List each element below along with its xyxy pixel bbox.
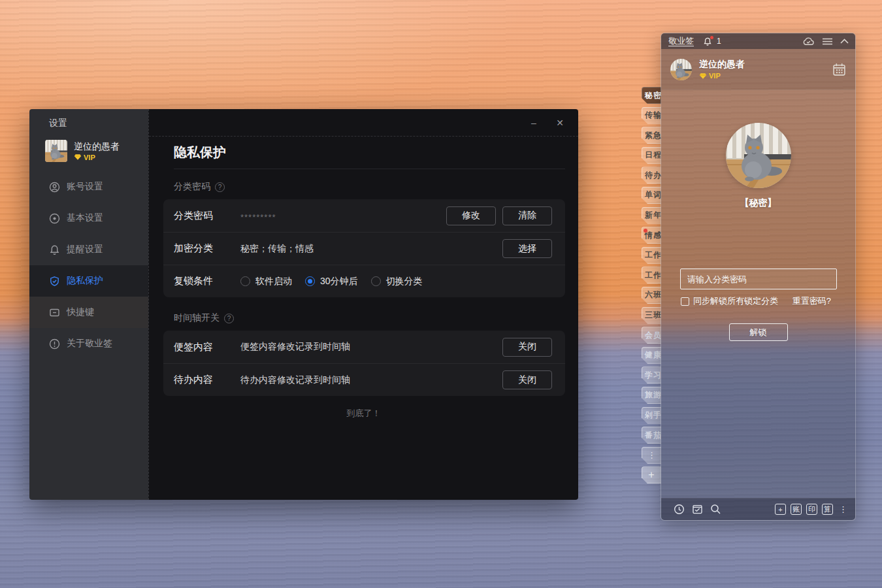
todo-box-icon[interactable]	[692, 504, 703, 515]
titlebar-actions	[802, 37, 849, 46]
category-password-input[interactable]	[680, 269, 837, 289]
row-label: 分类密码	[174, 210, 240, 222]
radio-icon	[305, 276, 315, 286]
category-tab[interactable]: 会员	[642, 327, 661, 344]
category-tab[interactable]: 工作	[642, 267, 661, 284]
sidebar-item-privacy[interactable]: 隐私保护	[29, 265, 148, 297]
category-tab[interactable]: 日程	[642, 147, 661, 164]
sidebar-profile: 逆位的愚者 VIP	[45, 140, 139, 162]
category-tab-strip: 秘密 传输 紧急 日程 待办 单词 新年 情感 工作 工作 六班 三班 会员 健…	[642, 87, 661, 487]
sidebar-item-basic[interactable]: 基本设置	[29, 203, 148, 234]
timeline-clock-icon[interactable]	[674, 504, 685, 515]
collapse-icon[interactable]	[840, 39, 849, 44]
settings-window: 设置 逆位的愚者 VIP 账号设置 基本设置 提醒设置	[29, 109, 578, 500]
user-circle-icon	[49, 182, 60, 193]
toggle-off-button[interactable]: 关闭	[502, 338, 552, 357]
modify-button[interactable]: 修改	[446, 206, 496, 225]
row-label: 待办内容	[174, 374, 240, 386]
category-tab[interactable]: 六班	[642, 287, 661, 304]
settings-row-relock-condition: 复锁条件 软件启动 30分钟后 切换分类	[163, 265, 565, 297]
sidebar-item-label: 基本设置	[67, 212, 103, 224]
help-icon[interactable]: ?	[215, 182, 225, 192]
sidebar-item-label: 快捷键	[67, 306, 94, 318]
vip-badge: VIP	[74, 154, 120, 161]
category-tab[interactable]: 传输	[642, 107, 661, 124]
select-button[interactable]: 选择	[502, 239, 552, 258]
category-tab[interactable]: 三班	[642, 307, 661, 324]
clear-button[interactable]: 清除	[502, 206, 552, 225]
row-label: 加密分类	[174, 242, 240, 255]
vip-label: VIP	[84, 154, 95, 161]
search-icon[interactable]	[710, 504, 721, 515]
row-label: 便签内容	[174, 341, 240, 353]
close-button[interactable]: ✕	[555, 118, 565, 128]
sidebar-item-label: 隐私保护	[67, 275, 103, 287]
radio-icon	[240, 276, 250, 286]
row-description: 便签内容修改记录到时间轴	[240, 341, 502, 353]
category-tab[interactable]: 番茄	[642, 427, 661, 444]
bell-icon	[49, 244, 60, 255]
add-category-tab[interactable]: +	[642, 466, 661, 483]
profile-name: 逆位的愚者	[74, 141, 120, 152]
sidebar-item-label: 账号设置	[67, 181, 103, 193]
category-tab[interactable]: 健康	[642, 347, 661, 364]
radio-option-software-start[interactable]: 软件启动	[240, 276, 292, 287]
settings-window-title: 设置	[29, 109, 148, 132]
sidebar-item-about[interactable]: 关于敬业签	[29, 328, 148, 359]
category-tab[interactable]: 剁手	[642, 407, 661, 424]
sidebar-item-label: 提醒设置	[67, 244, 103, 255]
unlock-button[interactable]: 解锁	[729, 323, 788, 341]
notification-dot	[710, 36, 713, 39]
help-icon[interactable]: ?	[224, 314, 234, 323]
record-circle-icon	[49, 213, 60, 224]
minimize-button[interactable]: –	[529, 118, 539, 128]
note-app-panel: 敬业签 1 逆位的愚者 VIP 【秘密】 同步解锁所	[661, 33, 856, 521]
radio-option-switch-category[interactable]: 切换分类	[371, 276, 423, 287]
category-tab-secret[interactable]: 秘密	[642, 87, 661, 104]
category-tab[interactable]: 工作	[642, 247, 661, 264]
settings-main-panel: – ✕ 隐私保护 分类密码 ? 分类密码 ********* 修改 清除 加密分…	[148, 109, 578, 500]
notification-count: 1	[717, 37, 721, 46]
row-description: 待办内容修改记录到时间轴	[240, 374, 502, 386]
sync-unlock-checkbox[interactable]	[681, 297, 689, 306]
print-button[interactable]: 印	[806, 504, 817, 515]
category-tab[interactable]: 待办	[642, 167, 661, 184]
category-tab[interactable]: 学习	[642, 367, 661, 384]
account-book-button[interactable]: 账	[791, 504, 802, 515]
note-panel-titlebar: 敬业签 1	[661, 33, 855, 49]
category-avatar	[726, 123, 791, 188]
vip-diamond-icon	[74, 154, 82, 161]
more-options-icon[interactable]: ⋮	[839, 504, 847, 514]
calculator-button[interactable]: 算	[822, 504, 833, 515]
timeline-switch-card: 便签内容 便签内容修改记录到时间轴 关闭 待办内容 待办内容修改记录到时间轴 关…	[163, 331, 565, 396]
radio-option-30min[interactable]: 30分钟后	[305, 276, 358, 287]
shield-check-icon	[49, 276, 60, 287]
row-label: 复锁条件	[174, 275, 240, 287]
desktop-wallpaper: { "settings_window": { "title": "设置", "c…	[0, 0, 882, 588]
category-tab[interactable]: 新年	[642, 207, 661, 224]
category-tab[interactable]: 旅游	[642, 387, 661, 404]
category-tab[interactable]: 紧急	[642, 127, 661, 144]
category-password-card: 分类密码 ********* 修改 清除 加密分类 秘密；传输；情感 选择 复锁…	[163, 199, 565, 297]
add-note-button[interactable]: +	[775, 504, 786, 515]
notification-bell[interactable]	[703, 37, 713, 46]
category-tab[interactable]: 单词	[642, 187, 661, 204]
password-masked-value: *********	[240, 210, 446, 222]
section-timeline-switch: 时间轴开关 ?	[174, 312, 565, 324]
divider	[174, 169, 565, 169]
reset-password-link[interactable]: 重置密码?	[792, 295, 831, 307]
vip-diamond-icon	[699, 73, 707, 80]
cloud-sync-icon[interactable]	[802, 37, 815, 46]
sidebar-item-label: 关于敬业签	[67, 338, 112, 350]
sidebar-item-reminder[interactable]: 提醒设置	[29, 234, 148, 265]
category-tab-emotion[interactable]: 情感	[642, 227, 661, 244]
sidebar-item-hotkeys[interactable]: 快捷键	[29, 297, 148, 328]
vip-badge: VIP	[699, 72, 745, 80]
menu-icon[interactable]	[823, 38, 832, 45]
sidebar-item-account[interactable]: 账号设置	[29, 171, 148, 203]
toggle-off-button[interactable]: 关闭	[502, 370, 552, 389]
avatar[interactable]	[670, 59, 692, 80]
calendar-icon[interactable]	[832, 63, 846, 76]
settings-row-todo-content: 待办内容 待办内容修改记录到时间轴 关闭	[163, 363, 565, 396]
more-categories-tab[interactable]: ⋮	[642, 447, 661, 464]
